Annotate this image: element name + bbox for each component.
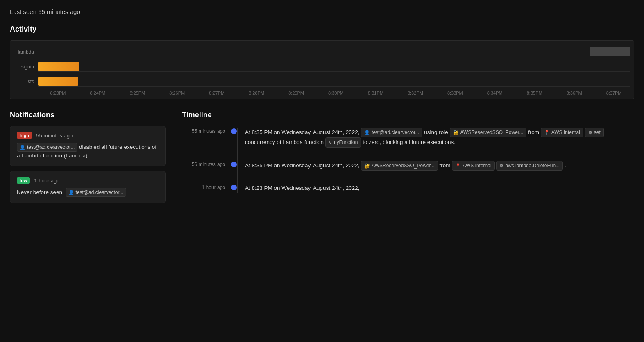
user-icon-1 [20, 144, 25, 151]
chart-time-label: 8:32PM [395, 91, 435, 96]
timeline-after-func-1: to zero, blocking all future executions. [363, 139, 455, 145]
timeline-action-chip-1[interactable]: ⚙ set [585, 128, 604, 137]
timeline-content-2: At 8:35 PM on Wednesday, August 24th, 20… [237, 161, 634, 171]
timeline-after-action-1: concurrency of Lambda function [245, 139, 324, 145]
timeline-after-user-1: using role [424, 129, 448, 135]
timeline-container: 55 minutes ago At 8:35 PM on Wednesday, … [182, 128, 634, 193]
timeline-action-chip-2[interactable]: ⚙ aws.lambda.DeleteFun... [496, 161, 563, 171]
timeline-after-role-1: from [528, 129, 539, 135]
timeline-date-3: At 8:23 PM on Wednesday, August 24th, 20… [245, 185, 359, 191]
chart-time-label: 8:37PM [594, 91, 634, 96]
chart-time-label: 8:25PM [118, 91, 157, 96]
notification-body-1: test@ad.clearvector... disabled all futu… [17, 143, 159, 160]
chart-timeline-labels: 8:23PM8:24PM8:25PM8:26PM8:27PM8:28PM8:29… [38, 91, 634, 96]
chart-label-signin: signin [14, 64, 38, 70]
notification-prefix-2: Never before seen: [17, 189, 64, 195]
chart-label-lambda: lambda [14, 49, 38, 55]
timeline-dot-1 [231, 128, 237, 134]
timeline-dot-3 [231, 185, 237, 190]
notification-header-1: high 55 minutes ago [17, 132, 159, 139]
timeline-role-chip-2[interactable]: 🔐 AWSReservedSSO_Power... [361, 161, 438, 171]
timeline-location-chip-1[interactable]: 📍 AWS Internal [541, 128, 583, 137]
timeline-event-2: 56 minutes ago At 8:35 PM on Wednesday, … [182, 161, 634, 171]
timeline-after-role-2: from [440, 162, 451, 169]
timeline-date-2: At 8:35 PM on Wednesday, August 24th, 20… [245, 162, 359, 169]
timeline-location-chip-2[interactable]: 📍 AWS Internal [452, 161, 494, 171]
timeline-title: Timeline [182, 111, 634, 119]
chart-bar-signin [38, 62, 79, 71]
timeline-content-3: At 8:23 PM on Wednesday, August 24th, 20… [237, 184, 634, 193]
chart-time-label: 8:28PM [237, 91, 277, 96]
notification-user-label-1: test@ad.clearvector... [27, 144, 75, 151]
notification-header-2: low 1 hour ago [17, 177, 159, 184]
chart-time-label: 8:30PM [316, 91, 356, 96]
timeline-func-chip-1[interactable]: λ myFunction [325, 137, 361, 147]
notification-time-2: 1 hour ago [34, 178, 59, 184]
main-content: Notifications high 55 minutes ago test@a… [10, 111, 634, 208]
timeline-role-chip-1[interactable]: 🔐 AWSReservedSSO_Power... [450, 128, 527, 137]
notifications-section: Notifications high 55 minutes ago test@a… [10, 111, 166, 208]
notifications-title: Notifications [10, 111, 166, 119]
timeline-ago-1: 55 minutes ago [182, 128, 231, 134]
role-chip-icon-2: 🔐 [364, 162, 370, 170]
badge-high: high [17, 132, 32, 139]
chart-bar-sts [38, 77, 78, 86]
activity-section: Activity lambda signin sts 8:23PM8:24PM8… [10, 25, 634, 99]
notification-card-2: low 1 hour ago Never before seen: test@a… [10, 171, 166, 203]
chart-time-label: 8:34PM [475, 91, 515, 96]
chart-time-label: 8:36PM [554, 91, 594, 96]
timeline-date-1: At 8:35 PM on Wednesday, August 24th, 20… [245, 129, 359, 135]
notification-time-1: 55 minutes ago [36, 132, 73, 139]
notification-user-label-2: test@ad.clearvector... [76, 189, 123, 196]
timeline-event-3: 1 hour ago At 8:23 PM on Wednesday, Augu… [182, 184, 634, 193]
location-chip-icon-2: 📍 [455, 162, 461, 170]
timeline-content-1: At 8:35 PM on Wednesday, August 24th, 20… [237, 128, 634, 148]
chart-bar-area-sts [38, 77, 630, 87]
badge-low: low [17, 177, 30, 184]
location-chip-icon-1: 📍 [544, 129, 550, 137]
chart-row-signin: signin [10, 60, 634, 73]
timeline-user-chip-1[interactable]: 👤 test@ad.clearvector... [361, 128, 422, 137]
action-chip-icon-1: ⚙ [588, 129, 592, 137]
func-chip-icon-1: λ [329, 139, 331, 146]
chart-row-sts: sts [10, 75, 634, 88]
action-chip-icon-2: ⚙ [499, 162, 503, 170]
user-chip-icon-1: 👤 [364, 129, 370, 137]
chart-row-lambda: lambda [10, 46, 634, 59]
timeline-ago-3: 1 hour ago [182, 184, 231, 190]
chart-time-label: 8:23PM [38, 91, 78, 96]
chart-time-label: 8:26PM [157, 91, 197, 96]
chart-bar-lambda [590, 47, 630, 56]
chart-time-label: 8:33PM [435, 91, 475, 96]
notification-user-chip-1[interactable]: test@ad.clearvector... [17, 143, 77, 152]
activity-title: Activity [10, 25, 634, 34]
notification-user-chip-2[interactable]: test@ad.clearvector... [66, 188, 126, 197]
chart-label-sts: sts [14, 79, 38, 84]
chart-bar-area-lambda [38, 47, 630, 57]
user-icon-2 [68, 189, 74, 196]
chart-time-label: 8:31PM [356, 91, 396, 96]
chart-time-label: 8:35PM [515, 91, 554, 96]
notification-card-1: high 55 minutes ago test@ad.clearvector.… [10, 126, 166, 166]
activity-chart: lambda signin sts 8:23PM8:24PM8:25PM8:26… [10, 40, 634, 99]
timeline-section: Timeline 55 minutes ago At 8:35 PM on We… [182, 111, 634, 208]
chart-time-label: 8:29PM [277, 91, 316, 96]
timeline-after-action-2: . [565, 162, 566, 169]
chart-time-label: 8:24PM [78, 91, 118, 96]
timeline-ago-2: 56 minutes ago [182, 161, 231, 167]
notification-body-2: Never before seen: test@ad.clearvector..… [17, 188, 159, 197]
chart-bar-area-signin [38, 62, 630, 72]
chart-time-label: 8:27PM [197, 91, 237, 96]
role-chip-icon-1: 🔐 [453, 129, 459, 137]
last-seen-text: Last seen 55 minutes ago [10, 8, 634, 15]
timeline-event-1: 55 minutes ago At 8:35 PM on Wednesday, … [182, 128, 634, 148]
timeline-dot-2 [231, 162, 237, 167]
